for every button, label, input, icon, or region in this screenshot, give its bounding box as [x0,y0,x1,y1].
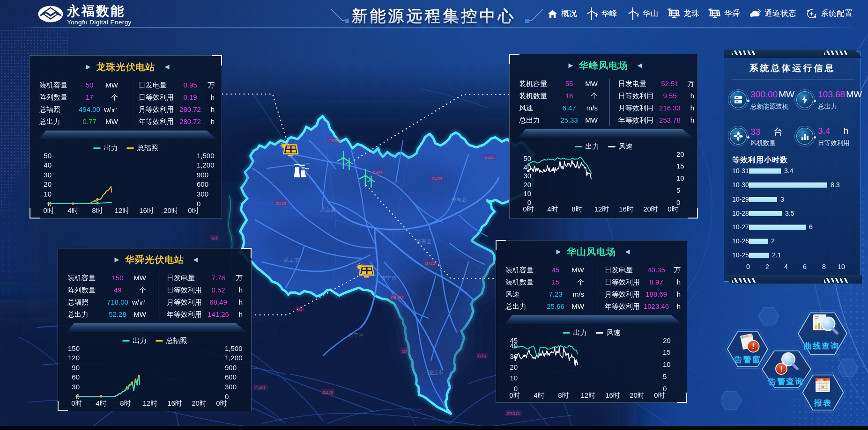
svg-text:4时: 4时 [534,391,544,399]
svg-text:G423: G423 [276,201,286,206]
svg-text:安宁市: 安宁市 [381,275,397,281]
svg-text:50: 50 [44,152,52,160]
svg-text:16时: 16时 [167,399,182,407]
svg-text:禄丰市: 禄丰市 [284,257,299,263]
svg-text:16时: 16时 [605,391,620,399]
svg-text:0时: 0时 [216,399,227,407]
svg-text:G4: G4 [212,236,217,241]
svg-text:G433: G433 [432,176,442,181]
svg-text:G425: G425 [323,390,333,395]
svg-text:12时: 12时 [581,391,596,399]
svg-text:10: 10 [523,189,531,197]
svg-text:G45: G45 [478,354,486,358]
svg-text:20时: 20时 [630,391,645,399]
svg-text:40: 40 [44,161,52,169]
svg-text:20: 20 [663,336,671,344]
svg-text:600: 600 [225,373,237,381]
svg-text:!: ! [752,342,755,351]
svg-text:5: 5 [663,372,667,380]
svg-text:10: 10 [44,190,52,198]
svg-text:0时: 0时 [71,399,82,407]
svg-text:澄江市: 澄江市 [428,370,444,375]
svg-text:10: 10 [676,174,684,182]
svg-text:20: 20 [523,181,531,189]
svg-text:武定县: 武定县 [320,207,336,212]
svg-text:寻甸县: 寻甸县 [452,197,467,202]
svg-text:600: 600 [197,180,208,188]
svg-text:!: ! [780,365,782,373]
svg-text:12时: 12时 [594,205,609,213]
svg-text:50: 50 [523,154,531,162]
svg-text:30: 30 [510,352,518,360]
svg-text:30: 30 [523,172,531,180]
svg-text:APRIL: APRIL [817,379,824,381]
svg-text:0时: 0时 [654,391,665,399]
svg-text:60: 60 [72,373,80,381]
svg-text:4时: 4时 [96,399,106,407]
svg-text:16时: 16时 [619,205,634,213]
svg-text:G5613: G5613 [507,411,519,416]
svg-text:1,200: 1,200 [225,354,243,362]
svg-text:G535: G535 [484,155,495,160]
svg-text:晋宁区: 晋宁区 [349,332,364,338]
svg-text:1,200: 1,200 [197,161,215,169]
svg-text:G4: G4 [402,349,408,354]
svg-text:8时: 8时 [558,391,569,399]
svg-text:0时: 0时 [43,206,54,214]
svg-text:150: 150 [68,344,80,352]
svg-text:1,500: 1,500 [225,344,243,352]
svg-text:20时: 20时 [163,206,178,214]
svg-text:300: 300 [197,190,208,198]
svg-text:0时: 0时 [188,206,199,214]
svg-text:10: 10 [510,374,518,382]
svg-text:5: 5 [676,186,680,194]
svg-text:20: 20 [676,150,684,158]
svg-text:90: 90 [72,364,80,372]
svg-text:G420: G420 [372,170,383,175]
svg-text:20时: 20时 [192,399,207,407]
svg-text:8时: 8时 [120,399,131,407]
svg-text:12时: 12时 [143,399,158,407]
svg-text:4时: 4时 [67,206,78,214]
svg-text:20: 20 [44,180,52,188]
svg-text:4时: 4时 [547,205,558,213]
svg-text:0时: 0时 [523,205,534,213]
svg-text:8时: 8时 [571,205,582,213]
svg-text:1,500: 1,500 [197,152,215,160]
svg-text:16时: 16时 [139,206,154,214]
svg-text:10: 10 [663,360,671,368]
svg-text:30: 30 [72,383,80,391]
svg-text:900: 900 [225,364,237,372]
svg-text:12时: 12时 [115,206,130,214]
svg-text:120: 120 [68,354,80,362]
svg-text:300: 300 [225,383,237,391]
svg-text:0时: 0时 [668,205,678,213]
svg-text:20时: 20时 [643,205,658,213]
svg-text:15: 15 [676,162,684,170]
svg-text:G6422: G6422 [391,295,403,300]
svg-text:15: 15 [663,348,671,356]
svg-text:0时: 0时 [509,391,520,399]
svg-text:8时: 8时 [92,206,103,214]
svg-text:900: 900 [197,171,208,179]
svg-text:40: 40 [510,342,518,350]
svg-text:G422: G422 [425,261,435,266]
svg-text:2013: 2013 [826,379,830,381]
svg-text:30: 30 [44,171,52,179]
svg-text:G421: G421 [255,386,266,390]
svg-text:G535: G535 [328,138,339,143]
svg-text:20: 20 [510,363,518,371]
